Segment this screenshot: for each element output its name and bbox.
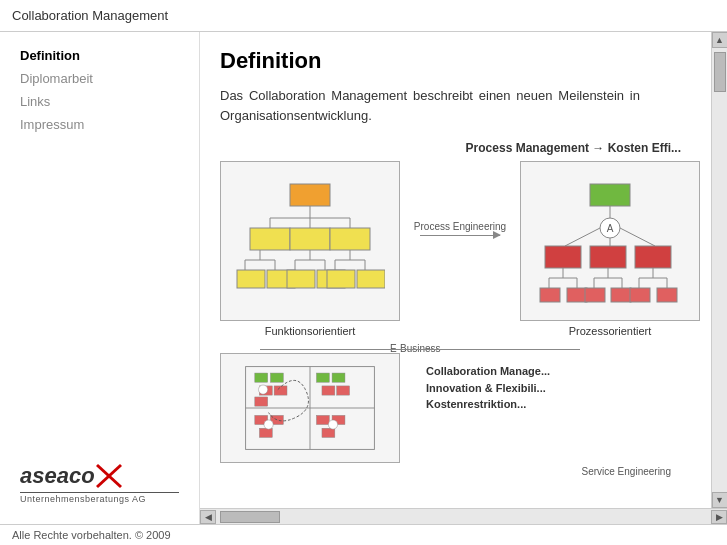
- svg-rect-29: [590, 184, 630, 206]
- logo-graphic: aseaco: [20, 461, 123, 491]
- svg-rect-60: [255, 373, 268, 382]
- svg-rect-9: [290, 228, 330, 250]
- arrow-line: [420, 235, 500, 236]
- scroll-down-button[interactable]: ▼: [712, 492, 728, 508]
- diagram-1-caption: Funktionsorientiert: [265, 325, 356, 337]
- svg-rect-76: [322, 428, 335, 437]
- main-layout: Definition Diplomarbeit Links Impressum …: [0, 32, 727, 524]
- svg-rect-53: [585, 288, 605, 302]
- svg-rect-27: [327, 270, 355, 288]
- org-chart-2: A: [535, 176, 685, 306]
- svg-line-33: [565, 228, 600, 246]
- logo-subtitle: Unternehmensberatungs AG: [20, 492, 179, 504]
- svg-rect-37: [590, 246, 626, 268]
- horizontal-scrollbar[interactable]: ◀ ▶: [200, 508, 727, 524]
- svg-rect-54: [611, 288, 631, 302]
- sidebar: Definition Diplomarbeit Links Impressum …: [0, 32, 200, 524]
- svg-rect-66: [316, 373, 329, 382]
- scroll-right-button[interactable]: ▶: [711, 510, 727, 524]
- diagram-funktionsorientiert: [220, 161, 400, 321]
- top-bar: Collaboration Management: [0, 0, 727, 32]
- svg-rect-67: [332, 373, 345, 382]
- scroll-up-button[interactable]: ▲: [712, 32, 728, 48]
- service-engineering-label: Service Engineering: [582, 466, 672, 477]
- svg-rect-56: [657, 288, 677, 302]
- scroll-track: [713, 48, 727, 492]
- sidebar-item-links[interactable]: Links: [20, 94, 179, 109]
- collab-line-2: Innovation & Flexibili...: [426, 380, 550, 397]
- org-chart-1: [235, 176, 385, 306]
- diagrams-row-1: Funktionsorientiert Process Engineering: [220, 161, 691, 337]
- svg-rect-8: [250, 228, 290, 250]
- svg-rect-61: [270, 373, 283, 382]
- h-scroll-track: [216, 510, 711, 524]
- footer: Alle Rechte vorbehalten. © 2009: [0, 524, 727, 545]
- svg-rect-64: [255, 397, 268, 406]
- copyright-text: Alle Rechte vorbehalten. © 2009: [12, 529, 171, 541]
- h-scroll-thumb[interactable]: [220, 511, 280, 523]
- sidebar-nav: Definition Diplomarbeit Links Impressum: [20, 48, 179, 132]
- page-header-title: Collaboration Management: [12, 8, 168, 23]
- diagrams-row-2: E-Business: [220, 353, 691, 463]
- svg-point-77: [328, 420, 337, 429]
- e-business-line: [260, 349, 580, 350]
- svg-rect-63: [274, 386, 287, 395]
- sidebar-logo: aseaco Unternehmensberatungs AG: [20, 461, 179, 504]
- svg-rect-10: [330, 228, 370, 250]
- svg-rect-52: [567, 288, 587, 302]
- svg-rect-2: [290, 184, 330, 206]
- svg-point-73: [264, 420, 273, 429]
- page-description: Das Collaboration Management beschreibt …: [220, 86, 640, 125]
- svg-rect-28: [357, 270, 385, 288]
- sidebar-item-impressum[interactable]: Impressum: [20, 117, 179, 132]
- svg-rect-36: [545, 246, 581, 268]
- vertical-scrollbar[interactable]: ▲ ▼: [711, 32, 727, 508]
- svg-rect-68: [322, 386, 335, 395]
- logo-x-icon: [95, 461, 123, 491]
- page-title: Definition: [220, 48, 691, 74]
- svg-rect-25: [287, 270, 315, 288]
- svg-line-34: [620, 228, 655, 246]
- svg-rect-23: [237, 270, 265, 288]
- diagram-prozessorientiert: A: [520, 161, 700, 321]
- diagram-grid: [220, 353, 400, 463]
- content-scroll: Definition Das Collaboration Management …: [200, 32, 711, 508]
- collab-text: Collaboration Manage... Innovation & Fle…: [426, 363, 550, 413]
- svg-rect-74: [316, 415, 329, 424]
- svg-rect-51: [540, 288, 560, 302]
- scroll-thumb[interactable]: [714, 52, 726, 92]
- svg-rect-69: [337, 386, 350, 395]
- diagram-top-label: Process Management → Kosten Effi...: [220, 141, 691, 155]
- grid-chart: [235, 362, 385, 454]
- diagram-2-caption: Prozessorientiert: [569, 325, 652, 337]
- svg-point-65: [258, 385, 267, 394]
- logo-text: aseaco: [20, 463, 95, 489]
- svg-rect-55: [630, 288, 650, 302]
- collab-line-1: Collaboration Manage...: [426, 363, 550, 380]
- sidebar-item-definition[interactable]: Definition: [20, 48, 179, 63]
- scroll-left-button[interactable]: ◀: [200, 510, 216, 524]
- collab-line-3: Kostenrestriktion...: [426, 396, 550, 413]
- svg-rect-38: [635, 246, 671, 268]
- process-engineering-arrow: Process Engineering: [420, 221, 500, 236]
- sidebar-item-diplomarbeit[interactable]: Diplomarbeit: [20, 71, 179, 86]
- svg-rect-72: [259, 428, 272, 437]
- svg-text:A: A: [607, 223, 614, 234]
